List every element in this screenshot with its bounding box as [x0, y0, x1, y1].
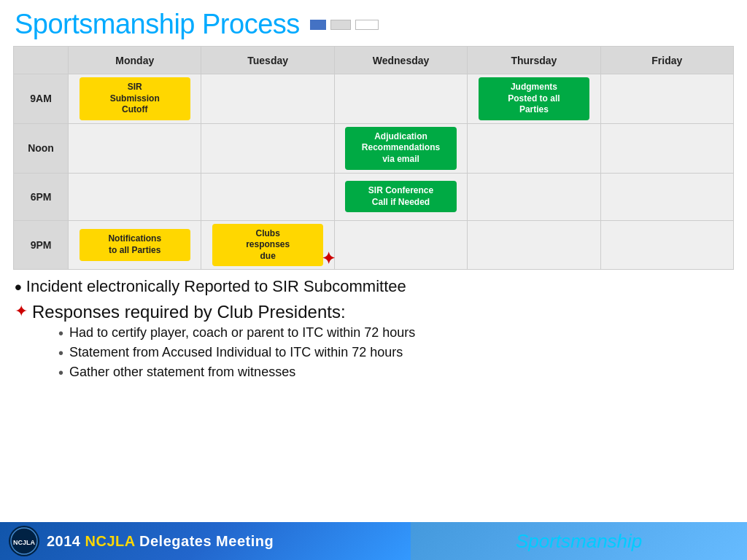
ncjla-logo: NCJLA — [9, 526, 39, 556]
sub-bullet-2: • Statement from Accused Individual to I… — [58, 345, 732, 362]
col-header-thursday: Thursday — [468, 47, 600, 74]
shape-blue — [310, 20, 326, 30]
cell-tue-6pm — [201, 173, 334, 220]
sub-dot-1: • — [58, 325, 63, 342]
col-header-tuesday: Tuesday — [201, 47, 334, 74]
cell-mon-9am: SIRSubmissionCutoff — [69, 74, 201, 124]
col-header-monday: Monday — [69, 47, 201, 74]
table-row: 9PM Notificationsto all Parties Clubsres… — [14, 220, 734, 270]
sub-bullet-1: • Had to certify player, coach or parent… — [58, 325, 732, 342]
sub-bullet-2-text: Statement from Accused Individual to ITC… — [69, 345, 403, 360]
footer-sportsmanship-label: Sportsmanship — [516, 530, 642, 553]
time-6pm: 6PM — [14, 173, 69, 220]
event-clubs-responses: Clubsresponsesdue ✦ — [212, 224, 323, 267]
bullet-responses: ✦ Responses required by Club Presidents: — [15, 302, 732, 322]
event-sir-submission: SIRSubmissionCutoff — [80, 77, 190, 120]
bullet-incident: • Incident electronically Reported to SI… — [15, 277, 732, 298]
event-notifications: Notificationsto all Parties — [80, 229, 190, 260]
slide: Sportsmanship Process Monday Tuesday Wed… — [0, 0, 747, 560]
sub-bullets-list: • Had to certify player, coach or parent… — [58, 325, 732, 381]
sub-bullet-3-text: Gather other statement from witnesses — [69, 365, 295, 380]
time-noon: Noon — [14, 123, 69, 173]
bullet-incident-text: Incident electronically Reported to SIR … — [26, 277, 406, 296]
calendar-wrapper: Monday Tuesday Wednesday Thursday Friday… — [0, 46, 747, 270]
red-star-icon: ✦ — [322, 249, 335, 270]
cell-wed-6pm: SIR ConferenceCall if Needed — [334, 173, 467, 220]
cell-tue-9am — [201, 74, 334, 124]
cell-mon-6pm — [69, 173, 201, 220]
cell-wed-9am — [334, 74, 467, 124]
cell-thu-9pm — [468, 220, 600, 270]
col-header-wednesday: Wednesday — [334, 47, 467, 74]
footer-right: Sportsmanship — [411, 522, 747, 560]
sub-bullet-3: • Gather other statement from witnesses — [58, 365, 732, 381]
sub-dot-3: • — [58, 365, 63, 381]
logo-svg: NCJLA — [10, 527, 38, 555]
shape-white — [355, 20, 379, 30]
title-shapes — [310, 20, 379, 30]
cell-mon-noon — [69, 123, 201, 173]
footer-left: NCJLA 2014 NCJLA Delegates Meeting — [0, 522, 411, 560]
cell-fri-9pm — [600, 220, 733, 270]
bullet-responses-text: Responses required by Club Presidents: — [32, 302, 346, 322]
footer: NCJLA 2014 NCJLA Delegates Meeting Sport… — [0, 522, 747, 560]
sub-dot-2: • — [58, 345, 63, 362]
cell-tue-9pm: Clubsresponsesdue ✦ — [201, 220, 334, 270]
cell-thu-noon — [468, 123, 600, 173]
event-judgments: JudgmentsPosted to allParties — [479, 77, 589, 120]
cell-fri-noon — [600, 123, 733, 173]
event-sir-conference: SIR ConferenceCall if Needed — [345, 181, 456, 212]
cell-fri-9am — [600, 74, 733, 124]
content-area: • Incident electronically Reported to SI… — [0, 270, 747, 522]
footer-year: 2014 — [47, 533, 85, 549]
cell-fri-6pm — [600, 173, 733, 220]
cell-wed-noon: AdjudicationRecommendationsvia email — [334, 123, 467, 173]
sub-bullet-1-text: Had to certify player, coach or parent t… — [69, 325, 415, 341]
slide-title: Sportsmanship Process — [15, 9, 300, 40]
footer-title: 2014 NCJLA Delegates Meeting — [47, 533, 274, 550]
svg-text:NCJLA: NCJLA — [13, 539, 36, 546]
time-9am: 9AM — [14, 74, 69, 124]
bullet-dot-1: • — [15, 277, 22, 298]
cell-mon-9pm: Notificationsto all Parties — [69, 220, 201, 270]
cell-thu-9am: JudgmentsPosted to allParties — [468, 74, 600, 124]
table-row: 9AM SIRSubmissionCutoff JudgmentsPosted … — [14, 74, 734, 124]
table-row: 6PM SIR ConferenceCall if Needed — [14, 173, 734, 220]
table-row: Noon AdjudicationRecommendationsvia emai… — [14, 123, 734, 173]
cell-wed-9pm — [334, 220, 467, 270]
calendar-table: Monday Tuesday Wednesday Thursday Friday… — [13, 46, 734, 270]
cell-thu-6pm — [468, 173, 600, 220]
event-adjudication: AdjudicationRecommendationsvia email — [345, 127, 456, 170]
footer-event: Delegates Meeting — [135, 533, 274, 549]
col-header-blank — [14, 47, 69, 74]
cell-tue-noon — [201, 123, 334, 173]
col-header-friday: Friday — [600, 47, 733, 74]
footer-org: NCJLA — [85, 533, 135, 549]
time-9pm: 9PM — [14, 220, 69, 270]
title-bar: Sportsmanship Process — [0, 0, 747, 46]
red-star-bullet-icon: ✦ — [15, 302, 28, 321]
shape-gray — [330, 20, 351, 30]
